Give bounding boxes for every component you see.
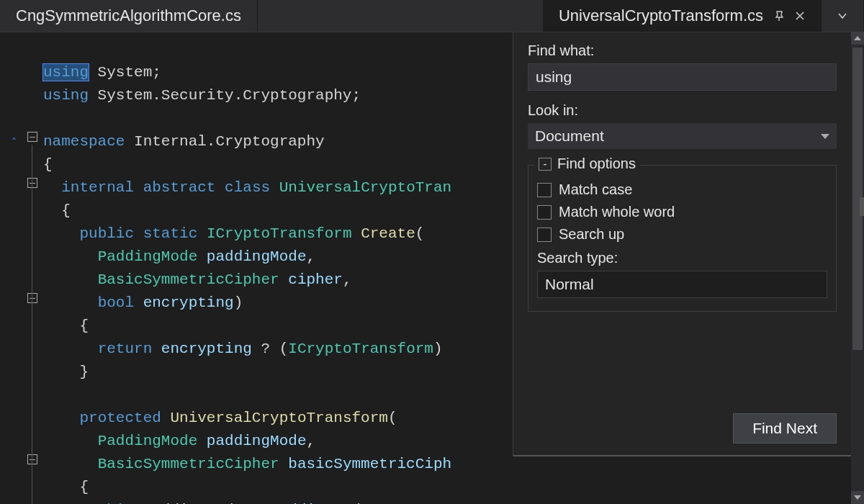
fold-toggle[interactable] — [27, 178, 37, 188]
checkbox[interactable] — [537, 205, 552, 220]
find-next-button[interactable]: Find Next — [733, 413, 837, 444]
vertical-scrollbar[interactable] — [851, 32, 864, 504]
close-icon[interactable] — [795, 11, 805, 21]
editor-area: ˄ using System; using System.Security.Cr… — [0, 32, 864, 504]
tab-spacer — [258, 0, 543, 32]
look-in-label: Look in: — [528, 102, 837, 119]
collapse-toggle[interactable]: - — [539, 158, 552, 171]
code-editor[interactable]: ˄ using System; using System.Security.Cr… — [0, 32, 513, 504]
fold-toggle[interactable] — [27, 293, 37, 303]
match-case-label: Match case — [559, 181, 632, 198]
scroll-marker — [860, 197, 864, 216]
search-type-select[interactable]: Normal — [537, 271, 827, 298]
find-options-legend: - Find options — [534, 156, 640, 172]
outline-guide — [32, 145, 32, 504]
code-content: using System; using System.Security.Cryp… — [43, 38, 451, 504]
tab-active[interactable]: UniversalCryptoTransform.cs — [543, 0, 822, 32]
find-panel: Find what: Look in: Document - Find opti… — [513, 32, 851, 456]
find-what-label: Find what: — [528, 42, 837, 59]
find-options-group: - Find options Match case Match whole wo… — [528, 165, 837, 312]
find-what-input[interactable] — [528, 63, 837, 91]
scroll-down-button[interactable] — [851, 491, 864, 504]
pin-icon[interactable] — [773, 10, 785, 22]
match-case-row[interactable]: Match case — [537, 181, 827, 198]
search-up-row[interactable]: Search up — [537, 226, 827, 243]
legend-text: Find options — [557, 156, 636, 172]
gutter: ˄ — [0, 32, 43, 504]
match-whole-label: Match whole word — [559, 204, 675, 220]
fold-toggle[interactable] — [27, 132, 37, 142]
tab-label: CngSymmetricAlgorithmCore.cs — [16, 6, 241, 25]
outlining-chevron-icon: ˄ — [12, 136, 17, 148]
tab-inactive[interactable]: CngSymmetricAlgorithmCore.cs — [0, 0, 258, 32]
search-up-label: Search up — [559, 226, 624, 243]
tab-bar: CngSymmetricAlgorithmCore.cs UniversalCr… — [0, 0, 864, 32]
match-whole-word-row[interactable]: Match whole word — [537, 204, 827, 220]
tab-overflow-button[interactable] — [822, 0, 864, 32]
search-type-value: Normal — [545, 276, 594, 293]
checkbox[interactable] — [537, 183, 552, 197]
scroll-up-button[interactable] — [851, 32, 864, 45]
search-type-label: Search type: — [537, 250, 827, 266]
fold-toggle[interactable] — [27, 454, 37, 464]
tab-label: UniversalCryptoTransform.cs — [559, 6, 763, 25]
chevron-down-icon — [821, 134, 829, 139]
checkbox[interactable] — [537, 228, 552, 242]
look-in-value: Document — [535, 127, 604, 145]
find-highlight: using — [43, 64, 89, 81]
look-in-select[interactable]: Document — [528, 123, 837, 149]
